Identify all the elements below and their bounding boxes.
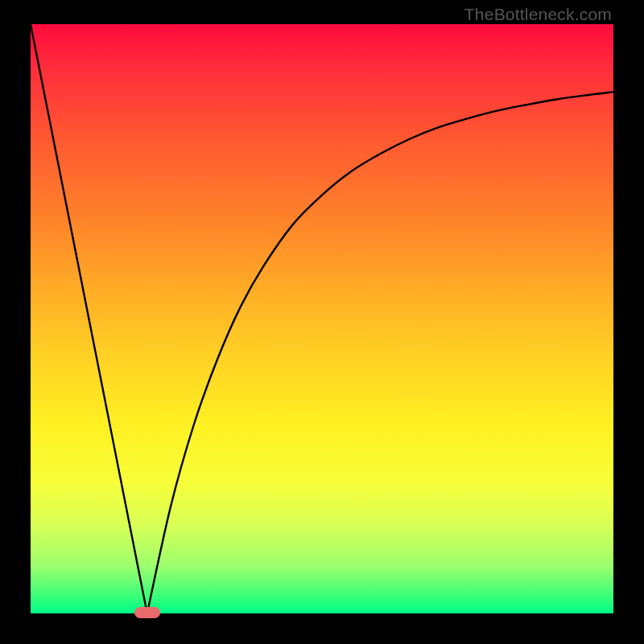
right-curve-path	[147, 92, 613, 613]
min-point-marker	[134, 607, 160, 618]
watermark-text: TheBottleneck.com	[464, 5, 612, 24]
left-slope-path	[31, 24, 147, 613]
curve-svg	[31, 24, 613, 613]
plot-area	[31, 24, 613, 613]
chart-frame: TheBottleneck.com	[0, 0, 644, 644]
